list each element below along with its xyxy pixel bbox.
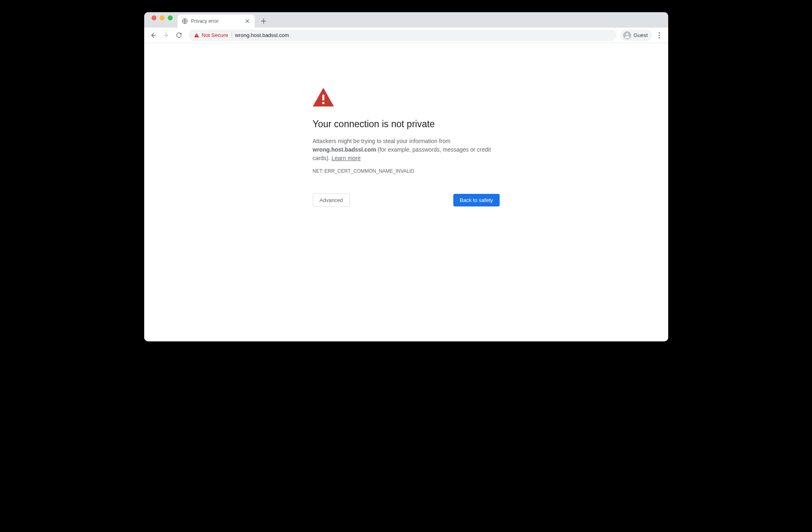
button-row: Advanced Back to safety: [313, 193, 500, 207]
svg-point-3: [626, 33, 628, 35]
tab-strip: Privacy error: [144, 12, 668, 28]
window-minimize-button[interactable]: [160, 15, 165, 20]
window-zoom-button[interactable]: [168, 15, 173, 20]
profile-button[interactable]: Guest: [621, 30, 652, 41]
warning-triangle-icon: [194, 33, 199, 38]
tab-close-button[interactable]: [244, 18, 251, 24]
reload-button[interactable]: [173, 30, 185, 41]
window-controls: [148, 15, 176, 24]
tab-title: Privacy error: [191, 18, 219, 24]
browser-window: Privacy error: [144, 12, 668, 341]
warning-triangle-icon: [313, 88, 334, 107]
warning-body-prefix: Attackers might be trying to steal your …: [313, 138, 450, 144]
page-content: Your connection is not private Attackers…: [144, 43, 668, 341]
learn-more-link[interactable]: Learn more: [331, 155, 361, 161]
browser-tab[interactable]: Privacy error: [178, 15, 255, 28]
new-tab-button[interactable]: [258, 15, 269, 27]
security-indicator[interactable]: Not Secure: [194, 32, 228, 38]
security-label: Not Secure: [202, 32, 228, 38]
svg-rect-1: [196, 35, 197, 36]
error-code: NET::ERR_CERT_COMMON_NAME_INVALID: [313, 168, 500, 174]
page-title: Your connection is not private: [313, 119, 500, 130]
svg-rect-7: [322, 95, 324, 100]
avatar-icon: [623, 31, 631, 39]
svg-rect-8: [322, 102, 324, 104]
svg-point-6: [658, 37, 660, 38]
address-bar[interactable]: Not Secure wrong.host.badssl.com: [189, 30, 617, 41]
warning-body-host: wrong.host.badssl.com: [313, 146, 376, 153]
forward-button[interactable]: [160, 30, 172, 41]
svg-point-5: [658, 35, 660, 36]
url-text: wrong.host.badssl.com: [235, 32, 289, 38]
toolbar: Not Secure wrong.host.badssl.com Guest: [144, 28, 668, 43]
back-to-safety-button[interactable]: Back to safety: [453, 194, 500, 206]
svg-rect-2: [196, 36, 197, 37]
profile-label: Guest: [634, 32, 648, 38]
ssl-interstitial: Your connection is not private Attackers…: [309, 88, 504, 207]
back-button[interactable]: [147, 30, 159, 41]
svg-point-4: [658, 32, 660, 33]
omnibox-divider: [232, 33, 232, 38]
window-close-button[interactable]: [152, 15, 156, 20]
kebab-icon: [658, 32, 660, 39]
warning-body: Attackers might be trying to steal your …: [313, 137, 500, 163]
overflow-menu-button[interactable]: [654, 30, 665, 41]
globe-icon: [182, 18, 188, 24]
advanced-button[interactable]: Advanced: [313, 193, 350, 207]
